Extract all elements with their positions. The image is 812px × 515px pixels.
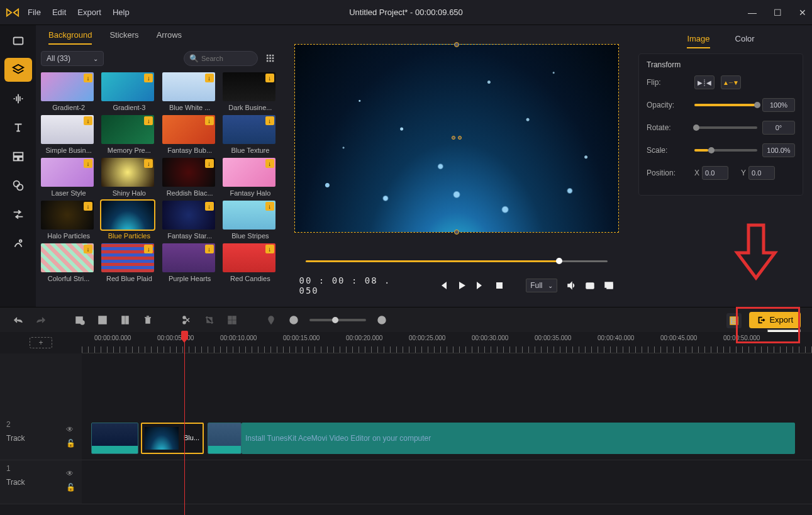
zoom-out-button[interactable] — [287, 313, 301, 327]
scale-slider[interactable] — [694, 149, 757, 152]
fullscreen-icon[interactable] — [604, 280, 614, 291]
maximize-button[interactable]: ☐ — [773, 8, 782, 18]
opacity-slider[interactable] — [694, 104, 757, 106]
background-item[interactable]: ↓Fantasy Bub... — [162, 115, 218, 154]
background-item[interactable]: ↓Blue Texture — [223, 115, 278, 154]
prev-frame-button[interactable] — [438, 280, 448, 291]
background-item[interactable]: ↓Laser Style — [41, 158, 96, 197]
background-item[interactable]: ↓Fantasy Star... — [162, 201, 218, 240]
sidebar-effects-icon[interactable] — [4, 231, 32, 255]
inspector-panel: Image Color Transform Flip: ▶┊◀ ▲┈▼ Opac… — [630, 25, 812, 307]
download-icon: ↓ — [205, 116, 214, 125]
flip-vertical-button[interactable]: ▲┈▼ — [721, 75, 741, 89]
playhead[interactable] — [184, 332, 185, 515]
window-title: Untitled Project* - 00:00:09.650 — [349, 8, 463, 17]
crop-button[interactable] — [203, 313, 216, 327]
flip-horizontal-button[interactable]: ▶┊◀ — [694, 75, 715, 89]
position-y-input[interactable]: 0.0 — [748, 166, 775, 180]
download-icon: ↓ — [265, 116, 274, 125]
background-item[interactable]: ↓Reddish Blac... — [162, 158, 218, 197]
track-2-body[interactable]: Blu... Install TunesKit AceMovi Video Ed… — [82, 416, 812, 460]
sidebar-audio-icon[interactable] — [4, 87, 32, 111]
sidebar-filters-icon[interactable] — [4, 174, 32, 197]
background-item[interactable]: Blue Particles — [101, 201, 157, 240]
track-1-body[interactable] — [82, 460, 812, 504]
background-item[interactable]: ↓Halo Particles — [41, 201, 96, 240]
minimize-button[interactable]: ― — [748, 8, 757, 18]
background-item[interactable]: ↓Dark Busine... — [223, 72, 278, 111]
rotate-slider[interactable] — [694, 126, 757, 129]
search-box[interactable]: 🔍 — [184, 51, 258, 66]
split-button[interactable] — [180, 313, 194, 327]
undo-button[interactable] — [11, 313, 25, 327]
tab-stickers[interactable]: Stickers — [109, 30, 138, 45]
video-clip-2[interactable] — [208, 423, 242, 454]
inspector-tab-image[interactable]: Image — [687, 34, 709, 48]
background-item[interactable]: ↓Blue White ... — [162, 72, 218, 111]
tab-arrows[interactable]: Arrows — [157, 30, 182, 45]
grid-view-icon[interactable] — [263, 51, 278, 66]
background-item[interactable]: ↓Gradient-2 — [41, 72, 96, 111]
video-clip-1[interactable] — [91, 423, 138, 454]
track-header-2[interactable]: 2 Track 👁 🔓 — [0, 416, 82, 460]
background-item[interactable]: ↓Gradient-3 — [101, 72, 157, 111]
record-button[interactable] — [73, 313, 87, 327]
ruler-tick: 00:00:45.000 — [660, 335, 697, 341]
snapshot-icon[interactable] — [585, 280, 595, 291]
visibility-icon[interactable]: 👁 — [66, 425, 75, 434]
background-item[interactable]: ↓Purple Hearts — [162, 243, 218, 282]
close-button[interactable]: ✕ — [798, 8, 807, 18]
track-header-1[interactable]: 1 Track 👁 🔓 — [0, 460, 82, 504]
inspector-tab-color[interactable]: Color — [735, 34, 755, 48]
group-button[interactable] — [225, 313, 239, 327]
redo-button[interactable] — [34, 313, 48, 327]
view-mode-select[interactable]: Full ⌄ — [526, 279, 557, 292]
background-item[interactable]: ↓Simple Busin... — [41, 115, 96, 154]
lock-icon[interactable]: 🔓 — [66, 439, 75, 448]
timeline-toolbar: Export Export — [0, 307, 812, 332]
volume-icon[interactable] — [566, 280, 576, 291]
delete-button[interactable] — [141, 313, 155, 327]
background-item[interactable]: ↓Blue Stripes — [223, 201, 278, 240]
background-item[interactable]: ↓Memory Pre... — [101, 115, 157, 154]
sidebar-text-icon[interactable] — [4, 116, 32, 140]
preview-canvas[interactable] — [294, 44, 619, 233]
menu-help[interactable]: Help — [113, 8, 130, 17]
background-item[interactable]: ↓Red Blue Plaid — [101, 243, 157, 282]
tab-background[interactable]: Background — [48, 30, 92, 45]
snap-button[interactable] — [118, 313, 132, 327]
background-item[interactable]: ↓Shiny Halo — [101, 158, 157, 197]
sidebar-transitions-icon[interactable] — [4, 202, 32, 226]
background-label: Blue Particles — [101, 232, 157, 240]
zoom-slider[interactable] — [309, 319, 366, 321]
add-marker-button[interactable] — [96, 313, 109, 327]
marker-icon[interactable] — [264, 313, 278, 327]
background-label: Halo Particles — [41, 232, 96, 240]
sidebar-media-icon[interactable] — [4, 29, 32, 53]
sidebar-template-icon[interactable] — [4, 145, 32, 169]
zoom-in-button[interactable] — [375, 313, 389, 327]
search-input[interactable] — [201, 55, 252, 62]
stop-button[interactable] — [494, 280, 504, 291]
background-item[interactable]: ↓Red Candies — [223, 243, 278, 282]
next-frame-button[interactable] — [476, 280, 486, 291]
timeline-ruler[interactable]: 00:00:00.00000:00:05.00000:00:10.00000:0… — [82, 332, 812, 353]
filter-dropdown[interactable]: All (33) ⌄ — [41, 51, 104, 66]
lock-icon[interactable]: 🔓 — [66, 483, 75, 492]
position-x-input[interactable]: 0.0 — [702, 166, 728, 180]
background-item[interactable]: ↓Colorful Stri... — [41, 243, 96, 282]
background-item[interactable]: ↓Fantasy Halo — [223, 158, 278, 197]
scale-value[interactable]: 100.0% — [762, 143, 795, 157]
menu-export[interactable]: Export — [77, 8, 101, 17]
visibility-icon[interactable]: 👁 — [66, 469, 75, 478]
sidebar-layers-icon[interactable] — [4, 58, 32, 82]
playback-progress[interactable] — [306, 258, 608, 264]
play-button[interactable] — [457, 280, 467, 291]
menu-edit[interactable]: Edit — [52, 8, 66, 17]
opacity-value[interactable]: 100% — [762, 98, 795, 112]
menu-file[interactable]: File — [28, 8, 41, 17]
search-icon: 🔍 — [189, 54, 199, 63]
rotate-value[interactable]: 0° — [762, 121, 795, 135]
add-track-button[interactable]: + — [30, 337, 52, 348]
ruler-tick: 00:00:10.000 — [220, 335, 257, 341]
